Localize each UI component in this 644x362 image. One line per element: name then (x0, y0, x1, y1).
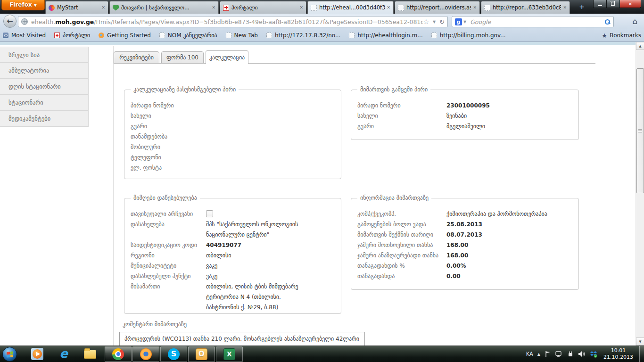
home-button[interactable]: ⌂ (629, 15, 641, 27)
bookmark-item[interactable]: New Tab (226, 32, 258, 39)
firefox-icon (99, 33, 104, 38)
start-button[interactable] (2, 347, 17, 362)
tab-title: MyStart (57, 4, 99, 11)
field-value: 23001000095 (446, 100, 490, 111)
taskbar: e SOX KA ▲ 10:01 21.10.2013 (0, 346, 644, 362)
placeholder-icon (226, 33, 231, 38)
field-row: ტელეფონი (131, 152, 334, 163)
windows-explorer-icon[interactable] (84, 348, 96, 360)
browser-tab[interactable]: http://repor...633eb3d0c84✕ (481, 1, 570, 14)
sidebar-item[interactable]: სრული სია (0, 47, 89, 63)
url-bar[interactable]: ehealth.moh.gov.ge/Hmis/Referrals/Pages/… (18, 16, 448, 27)
minimize-icon (598, 5, 602, 6)
search-icon[interactable] (604, 19, 611, 25)
bookmark-label: NOM კანცელარია (168, 32, 217, 39)
page-tab[interactable]: რეკვიზიტები (114, 51, 159, 64)
field-label: სახელი (357, 111, 446, 121)
windows-media-player-icon[interactable] (31, 348, 43, 360)
minimize-button[interactable] (593, 0, 607, 8)
field-label: თანამდებობა (131, 132, 206, 142)
url-dropdown-icon[interactable]: ▼ (433, 20, 436, 24)
bookmark-item[interactable]: Getting Started (99, 32, 151, 39)
bookmark-item[interactable]: Most Visited (3, 32, 46, 39)
field-row: მობილური (131, 142, 334, 152)
field-label: პირადი ნომერი (357, 100, 446, 111)
tab-close-icon[interactable]: ✕ (299, 5, 303, 10)
page-tab[interactable]: კალკულაცია (206, 50, 248, 64)
url-text[interactable]: ehealth.moh.gov.ge/Hmis/Referrals/Pages/… (31, 18, 423, 25)
comment-textarea[interactable]: პროცედურის (WCO113) თანხა 210 ლარი, მოსა… (119, 332, 365, 346)
language-indicator[interactable]: KA (526, 351, 533, 357)
network-icon[interactable] (555, 351, 563, 357)
search-engine-dropdown-icon[interactable]: ▼ (463, 20, 466, 24)
outlook-taskbar-button[interactable]: O (188, 346, 215, 362)
navigation-toolbar: ← ehealth.moh.gov.ge/Hmis/Referrals/Page… (0, 14, 644, 29)
field-value: 404919077 (206, 240, 241, 250)
bookmark-item[interactable]: http://billing.moh.gov... (431, 32, 506, 39)
speaker-icon[interactable] (578, 351, 586, 357)
tab-close-icon[interactable]: ✕ (387, 5, 390, 10)
browser-tab[interactable]: http://eheal...00d3d40f3a1✕ (307, 1, 394, 14)
chrome-taskbar-button[interactable] (105, 346, 132, 362)
excel-taskbar-button[interactable]: X (216, 346, 243, 362)
scrollbar-thumb[interactable] (636, 68, 644, 193)
outlook-icon: O (196, 348, 207, 360)
sidebar-item[interactable]: სტაციონარი (0, 95, 89, 111)
sidebar-item[interactable]: მედიკამენტები (0, 111, 89, 127)
action-center-flag-icon[interactable] (545, 351, 551, 357)
browser-tab[interactable]: პორტალი✕ (220, 1, 306, 14)
field-row: საიდენტიფიკაციო კოდი404919077 (131, 240, 334, 250)
power-plug-icon[interactable] (567, 351, 574, 357)
clock[interactable]: 10:01 21.10.2013 (603, 347, 633, 361)
field-row: სახელი (131, 111, 334, 121)
dropbox-icon[interactable] (590, 351, 597, 358)
field-label: თანაგადახდა (357, 271, 446, 281)
placeholder-icon (266, 33, 272, 38)
tab-close-icon[interactable]: ✕ (473, 5, 477, 10)
sidebar-item[interactable]: ამბულატორია (0, 63, 89, 79)
field-row: პირადი ნომერი (131, 100, 334, 111)
free-choice-checkbox[interactable] (206, 210, 213, 217)
tab-close-icon[interactable]: ✕ (563, 5, 567, 10)
browser-tab[interactable]: MyStart✕ (45, 1, 108, 14)
maximize-button[interactable] (607, 0, 619, 8)
placeholder-icon (484, 5, 490, 11)
reload-icon[interactable]: ↻ (439, 18, 445, 25)
bookmark-item[interactable]: NOM კანცელარია (159, 32, 217, 39)
search-input[interactable]: g ▼ Google (452, 16, 614, 27)
field-row: პირადი ნომერი23001000095 (357, 100, 572, 111)
bookmarks-menu-button[interactable]: ★ Bookmarks (602, 32, 641, 39)
browser-tab[interactable]: http://report...oviders.aspx✕ (395, 1, 480, 14)
page-scrollbar[interactable]: ▲ ▼ (636, 42, 644, 346)
bookmark-item[interactable]: http://ehealthlogin.m... (349, 32, 422, 39)
scroll-down-button[interactable]: ▼ (636, 337, 644, 346)
back-button[interactable]: ← (3, 15, 17, 28)
field-value: ვაკე (206, 261, 217, 271)
bookmarks-menu-label: Bookmarks (610, 32, 641, 39)
close-button[interactable]: ✕ (619, 0, 641, 8)
bookmark-item[interactable]: პორტალი (54, 32, 90, 39)
scroll-up-button[interactable]: ▲ (636, 42, 644, 50)
field-row: გამოყენების ბოლო ვადა25.08.2013 (357, 219, 572, 230)
field-label: საიდენტიფიკაციო კოდი (131, 240, 206, 250)
tab-close-icon[interactable]: ✕ (212, 5, 215, 10)
tab-close-icon[interactable]: ✕ (101, 5, 105, 10)
firefox-menu-button[interactable]: Firefox▼ (1, 0, 45, 10)
firefox-taskbar-button[interactable] (132, 346, 159, 362)
field-label: პირადი ნომერი (131, 100, 206, 111)
bookmark-item[interactable]: http://172.17.8.32/no... (266, 32, 341, 39)
browser-tab[interactable]: მთავარი | საქართველო...✕ (109, 1, 219, 14)
tray-expand-icon[interactable]: ▲ (537, 352, 540, 356)
bookmark-star-icon[interactable]: ☆ (423, 18, 429, 25)
show-desktop-button[interactable] (639, 346, 644, 362)
google-icon[interactable]: g (455, 18, 462, 25)
skype-taskbar-button[interactable]: S (160, 346, 187, 362)
fieldset-legend: ინფორმაცია მიმართვაზე (357, 195, 431, 202)
new-tab-button[interactable]: + (576, 3, 587, 11)
sidebar-item[interactable]: დღის სტაციონარი (0, 79, 89, 95)
field-label: მისამართი (131, 281, 206, 313)
page-tab[interactable]: ფორმა 100 (161, 51, 204, 64)
maximize-icon (611, 2, 615, 6)
internet-explorer-icon[interactable]: e (58, 348, 70, 360)
search-placeholder: Google (470, 18, 604, 25)
